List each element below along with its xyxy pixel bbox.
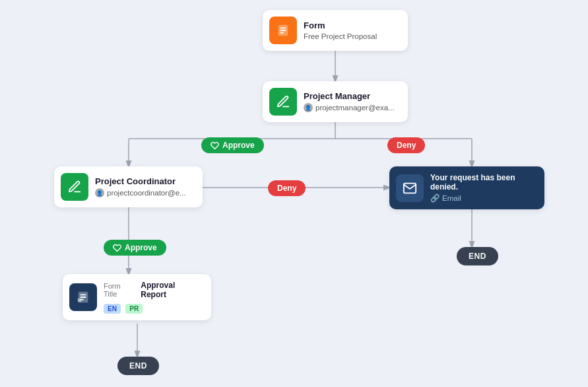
pc-node-title: Project Coordinator bbox=[95, 176, 186, 186]
end-node-bottom: END bbox=[117, 357, 159, 375]
email-denied-node[interactable]: Your request has been denied. 🔗 Email bbox=[389, 166, 544, 209]
form-icon bbox=[269, 17, 297, 44]
pm-node-subtitle: 👤 projectmanager@exa... bbox=[304, 103, 395, 112]
form-node[interactable]: Form Free Project Proposal bbox=[263, 10, 408, 51]
email-icon bbox=[396, 174, 424, 202]
pc-node-subtitle: 👤 projectcoordinator@e... bbox=[95, 188, 186, 197]
email-node-content: Your request has been denied. 🔗 Email bbox=[430, 173, 535, 203]
project-manager-node[interactable]: Project Manager 👤 projectmanager@exa... bbox=[263, 81, 408, 122]
report-form-title-label: Form Title bbox=[104, 282, 135, 298]
report-value: Approval Report bbox=[141, 281, 202, 299]
email-node-subtitle: 🔗 Email bbox=[430, 194, 535, 203]
pc-avatar: 👤 bbox=[95, 188, 104, 197]
deny-label-2: Deny bbox=[268, 180, 306, 196]
approve-label-1: Approve bbox=[201, 137, 264, 153]
tag-en: EN bbox=[104, 304, 121, 314]
pm-avatar: 👤 bbox=[304, 103, 313, 112]
report-icon bbox=[69, 283, 97, 311]
form-node-title: Form bbox=[304, 20, 377, 30]
pc-icon bbox=[61, 173, 88, 201]
pm-node-content: Project Manager 👤 projectmanager@exa... bbox=[304, 91, 395, 112]
report-tags: EN PR bbox=[104, 302, 202, 314]
form-node-content: Form Free Project Proposal bbox=[304, 20, 377, 40]
pm-icon bbox=[269, 88, 297, 116]
approve-label-2: Approve bbox=[104, 240, 166, 256]
project-coordinator-node[interactable]: Project Coordinator 👤 projectcoordinator… bbox=[54, 166, 203, 207]
svg-rect-18 bbox=[78, 299, 82, 302]
pm-node-title: Project Manager bbox=[304, 91, 395, 101]
end-node-right: END bbox=[457, 247, 498, 265]
report-node[interactable]: Form Title Approval Report EN PR bbox=[63, 274, 211, 320]
report-node-content: Form Title Approval Report EN PR bbox=[104, 281, 202, 314]
tag-pr: PR bbox=[125, 304, 143, 314]
pc-node-content: Project Coordinator 👤 projectcoordinator… bbox=[95, 176, 186, 197]
form-node-subtitle: Free Project Proposal bbox=[304, 32, 377, 40]
report-titles-row: Form Title Approval Report bbox=[104, 281, 202, 299]
deny-label-1: Deny bbox=[387, 137, 425, 153]
email-node-title: Your request has been denied. bbox=[430, 173, 535, 192]
